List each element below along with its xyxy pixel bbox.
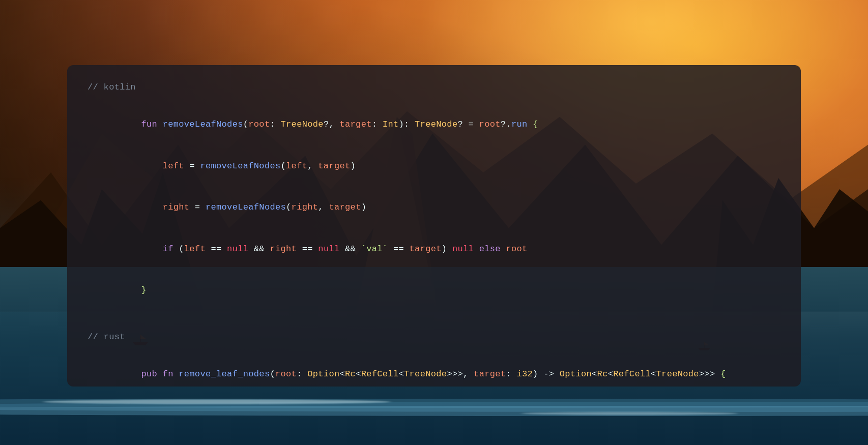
kotlin-line-4: if (left == null && right == null && `va… <box>88 228 780 270</box>
foam-2 <box>521 412 738 415</box>
kotlin-line-3: right = removeLeafNodes(right, target) <box>88 187 780 228</box>
rust-comment: // rust <box>88 330 780 344</box>
rust-line-1: pub fn remove_leaf_nodes(root: Option<Rc… <box>88 353 780 387</box>
wave-3 <box>0 406 868 416</box>
kotlin-line-5: } <box>88 270 780 311</box>
code-panel: // kotlin fun removeLeafNodes(root: Tree… <box>67 65 801 387</box>
code-content: // kotlin fun removeLeafNodes(root: Tree… <box>88 80 780 387</box>
foam-1 <box>43 400 390 404</box>
kotlin-comment: // kotlin <box>88 80 780 94</box>
kotlin-line-1: fun removeLeafNodes(root: TreeNode?, tar… <box>88 104 780 145</box>
kotlin-line-2: left = removeLeafNodes(left, target) <box>88 145 780 187</box>
